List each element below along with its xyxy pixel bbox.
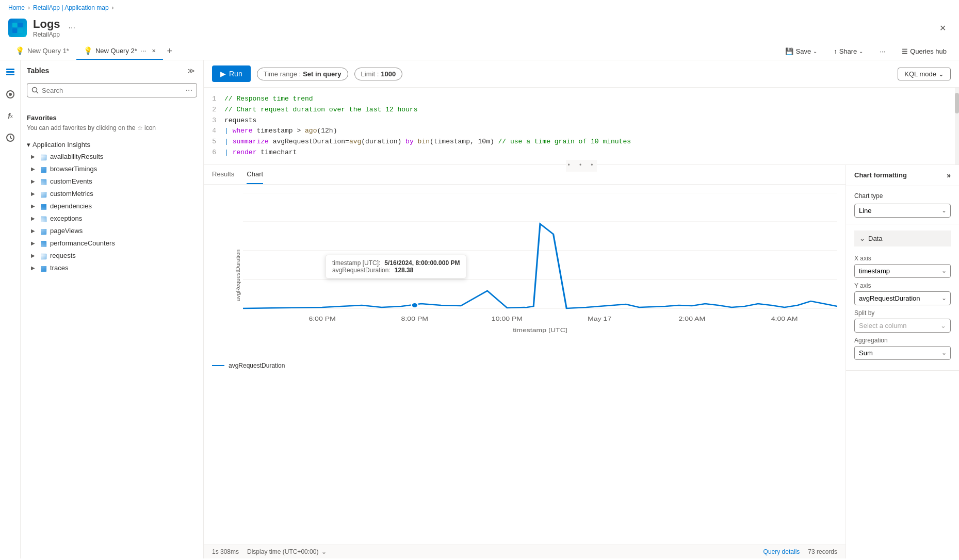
table-icon: ▦ bbox=[40, 239, 47, 248]
tab-actions: 💾 Save ⌄ ↑ Share ⌄ ··· ☰ Queries hub bbox=[781, 45, 951, 57]
table-performanceCounters[interactable]: ▶ ▦ performanceCounters bbox=[27, 237, 197, 250]
query-icon-1: 💡 bbox=[15, 46, 24, 55]
tab-chart[interactable]: Chart bbox=[247, 165, 263, 184]
split-by-chevron-icon: ⌄ bbox=[940, 322, 946, 330]
kql-mode-selector[interactable]: KQL mode ⌄ bbox=[898, 68, 951, 80]
chart-type-label: Chart type bbox=[854, 192, 951, 200]
sidebar-nav-history[interactable] bbox=[0, 127, 21, 148]
y-axis-config-label: Y axis bbox=[854, 282, 951, 289]
drag-handle[interactable]: • • • bbox=[566, 160, 597, 172]
code-editor[interactable]: 1 // Response time trend 2 // Chart requ… bbox=[204, 88, 959, 165]
time-display-label: Display time (UTC+00:00) bbox=[247, 548, 318, 555]
save-button[interactable]: 💾 Save ⌄ bbox=[781, 45, 821, 57]
data-collapse-icon: ⌄ bbox=[859, 235, 865, 242]
kql-mode-label: KQL mode bbox=[904, 70, 936, 78]
time-display-selector[interactable]: Display time (UTC+00:00) ⌄ bbox=[247, 548, 327, 555]
table-icon: ▦ bbox=[40, 202, 47, 210]
y-axis-select[interactable]: avgRequestDuration bbox=[854, 291, 951, 305]
table-name: pageViews bbox=[50, 227, 83, 235]
table-browserTimings[interactable]: ▶ ▦ browserTimings bbox=[27, 163, 197, 175]
tooltip-label-2: avgRequestDuration: bbox=[332, 267, 391, 274]
table-name: performanceCounters bbox=[50, 239, 115, 247]
aggregation-selector[interactable]: Sum Average Min Max bbox=[854, 346, 951, 360]
save-chevron-icon: ⌄ bbox=[813, 48, 817, 54]
split-by-selector[interactable]: Select a column ⌄ bbox=[854, 319, 951, 333]
app-insights-header[interactable]: ▾ Application Insights bbox=[27, 139, 197, 151]
y-axis-selector[interactable]: avgRequestDuration bbox=[854, 291, 951, 305]
panel-expand-button[interactable]: » bbox=[947, 171, 951, 179]
sidebar-nav-tables[interactable] bbox=[0, 62, 21, 83]
table-requests[interactable]: ▶ ▦ requests bbox=[27, 250, 197, 262]
sidebar-nav-functions[interactable]: fx bbox=[0, 106, 21, 126]
expand-icon: ▶ bbox=[31, 178, 37, 184]
tab-results[interactable]: Results bbox=[212, 165, 234, 184]
tooltip-duration-row: avgRequestDuration: 128.38 bbox=[332, 267, 460, 274]
expand-icon: ▶ bbox=[31, 216, 37, 221]
run-button[interactable]: ▶ Run bbox=[212, 65, 251, 82]
table-exceptions[interactable]: ▶ ▦ exceptions bbox=[27, 212, 197, 225]
queries-hub-button[interactable]: ☰ Queries hub bbox=[898, 45, 951, 57]
table-availabilityResults[interactable]: ▶ ▦ availabilityResults bbox=[27, 151, 197, 163]
chart-tooltip: timestamp [UTC]: 5/16/2024, 8:00:00.000 … bbox=[326, 255, 466, 278]
svg-text:4:00 AM: 4:00 AM bbox=[771, 316, 798, 322]
tooltip-value-2: 128.38 bbox=[395, 267, 414, 274]
breadcrumb-home[interactable]: Home bbox=[8, 4, 25, 11]
expand-icon: ▶ bbox=[31, 228, 37, 234]
table-customEvents[interactable]: ▶ ▦ customEvents bbox=[27, 175, 197, 188]
table-customMetrics[interactable]: ▶ ▦ customMetrics bbox=[27, 188, 197, 200]
sidebar-panel: Tables ≫ ··· Favorites bbox=[21, 60, 203, 558]
chart-tab-label: Chart bbox=[247, 170, 263, 178]
tooltip-value-1: 5/16/2024, 8:00:00.000 PM bbox=[384, 259, 460, 267]
search-options-icon[interactable]: ··· bbox=[186, 86, 192, 95]
search-icon bbox=[31, 87, 39, 94]
table-name: requests bbox=[50, 252, 76, 259]
favorites-desc: You can add favorites by clicking on the… bbox=[27, 124, 197, 133]
chart-container: avgRequestDuration 0 2,500 bbox=[204, 185, 846, 545]
time-range-selector[interactable]: Time range : Set in query bbox=[257, 68, 348, 80]
scrollbar[interactable] bbox=[955, 88, 959, 164]
sidebar-collapse-button[interactable]: ≫ bbox=[185, 64, 197, 77]
table-name: customEvents bbox=[50, 177, 92, 185]
svg-text:6:00 PM: 6:00 PM bbox=[308, 316, 335, 322]
queries-hub-label: Queries hub bbox=[910, 47, 947, 55]
query-details-link[interactable]: Query details bbox=[763, 548, 800, 555]
sidebar-left-nav: fx bbox=[0, 60, 21, 558]
x-axis-config-label: X axis bbox=[854, 255, 951, 262]
close-button[interactable]: ✕ bbox=[934, 20, 951, 36]
limit-selector[interactable]: Limit : 1000 bbox=[354, 68, 403, 80]
svg-text:May 17: May 17 bbox=[588, 316, 611, 322]
expand-icon: ▶ bbox=[31, 166, 37, 172]
more-options-button[interactable]: ··· bbox=[875, 45, 889, 57]
breadcrumb-retailapp[interactable]: RetailApp | Application map bbox=[33, 4, 109, 11]
sidebar-content: Favorites You can add favorites by click… bbox=[21, 108, 203, 558]
table-icon: ▦ bbox=[40, 190, 47, 198]
data-section-header[interactable]: ⌄ Data bbox=[854, 230, 951, 246]
table-traces[interactable]: ▶ ▦ traces bbox=[27, 262, 197, 274]
share-button[interactable]: ↑ Share ⌄ bbox=[830, 45, 867, 57]
aggregation-select[interactable]: Sum Average Min Max bbox=[854, 346, 951, 360]
chart-type-section: Chart type Line Bar Area bbox=[846, 186, 959, 224]
sidebar-nav-filter[interactable] bbox=[0, 84, 21, 105]
queries-hub-icon: ☰ bbox=[902, 47, 908, 55]
search-input[interactable] bbox=[42, 87, 183, 94]
tab-close-button[interactable]: ✕ bbox=[152, 48, 156, 54]
table-icon: ▦ bbox=[40, 165, 47, 173]
x-axis-selector[interactable]: timestamp bbox=[854, 264, 951, 278]
chart-type-selector[interactable]: Line Bar Area bbox=[854, 204, 951, 218]
tab-ellipsis[interactable]: ··· bbox=[140, 46, 147, 55]
app-more-options[interactable]: ··· bbox=[69, 23, 75, 32]
code-line-4: 4 | where timestamp > ago(12h) bbox=[204, 126, 959, 137]
table-dependencies[interactable]: ▶ ▦ dependencies bbox=[27, 200, 197, 212]
tab-new-query-2[interactable]: 💡 New Query 2* ··· ✕ bbox=[76, 42, 163, 60]
table-icon: ▦ bbox=[40, 227, 47, 235]
favorites-label: Favorites bbox=[27, 114, 57, 122]
results-main: Results Chart avgRequestDuration bbox=[204, 165, 846, 558]
table-name: customMetrics bbox=[50, 190, 93, 197]
results-area: Results Chart avgRequestDuration bbox=[204, 165, 959, 558]
tab-new-query-1[interactable]: 💡 New Query 1* bbox=[8, 42, 76, 60]
x-axis-select[interactable]: timestamp bbox=[854, 264, 951, 278]
chart-type-select[interactable]: Line Bar Area bbox=[854, 204, 951, 218]
more-options-icon: ··· bbox=[880, 47, 885, 55]
add-tab-button[interactable]: + bbox=[163, 44, 177, 59]
table-pageViews[interactable]: ▶ ▦ pageViews bbox=[27, 225, 197, 237]
